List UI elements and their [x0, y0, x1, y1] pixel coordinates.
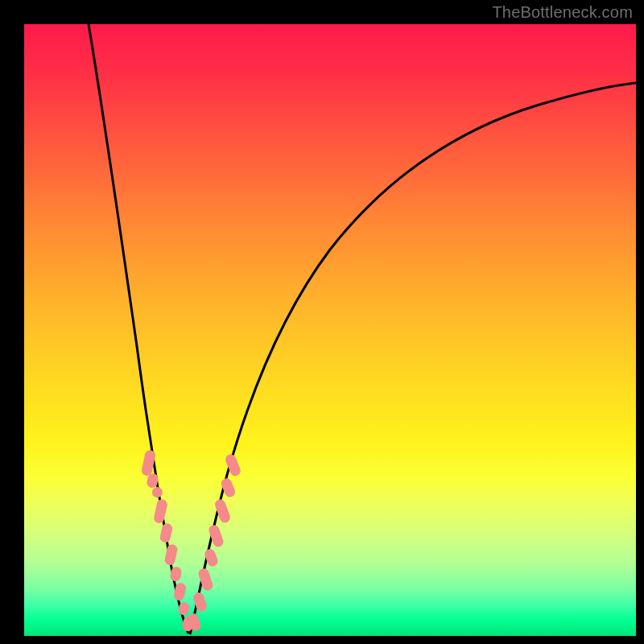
watermark-text: TheBottleneck.com	[492, 3, 633, 22]
svg-rect-2	[151, 486, 163, 498]
plot-area	[24, 24, 636, 636]
curve-left-branch	[89, 24, 188, 634]
svg-rect-3	[153, 498, 168, 524]
curve-right-branch	[190, 83, 636, 634]
marker-group-right	[187, 452, 242, 632]
marker-group-left	[141, 449, 194, 632]
curve-layer	[24, 24, 636, 636]
chart-frame: TheBottleneck.com	[0, 0, 644, 644]
svg-rect-4	[159, 522, 174, 543]
svg-rect-5	[163, 543, 178, 566]
